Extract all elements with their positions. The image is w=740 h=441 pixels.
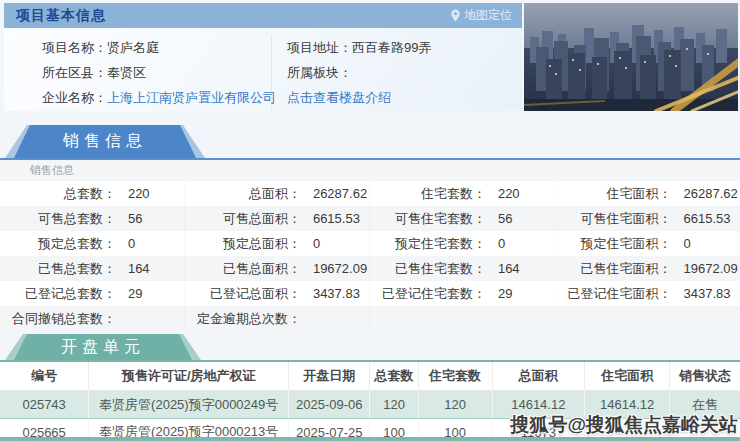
district-label: 所在区县：: [42, 65, 107, 80]
watermark: 搜狐号@搜狐焦点嘉峪关站: [510, 412, 738, 438]
project-name-label: 项目名称：: [42, 40, 107, 55]
cell-permit: 奉贤房管(2025)预字0000249号: [89, 391, 289, 419]
sales-sub-label: 销售信息: [0, 160, 740, 181]
col-header-total-units: 总套数: [370, 362, 418, 391]
view-property-intro-link[interactable]: 点击查看楼盘介绍: [287, 90, 391, 105]
sales-label: 预定总面积：: [185, 235, 301, 253]
sales-label: 预定总套数：: [0, 235, 116, 253]
col-header-total-area: 总面积: [492, 362, 585, 391]
address-label: 项目地址：: [287, 40, 352, 55]
sales-row-sold: 已售总套数：164 已售总面积：19672.09 已售住宅套数：164 已售住宅…: [0, 256, 740, 281]
sales-row-cancelled: 合同撤销总套数： 定金逾期总次数：: [0, 306, 740, 331]
sales-value: 0: [672, 236, 740, 251]
basic-info-left-col: 项目名称：贤庐名庭 所在区县：奉贤区 企业名称：上海上江南贤庐置业有限公司: [4, 35, 272, 111]
tab-sales-label: 销售信息: [14, 125, 196, 158]
sales-label: 预定住宅套数：: [370, 235, 486, 253]
sales-label: 住宅套数：: [370, 185, 486, 203]
sales-label: 可售总面积：: [185, 210, 301, 228]
col-header-sales-status: 销售状态: [670, 362, 740, 391]
cell-number: 025743: [0, 391, 89, 419]
sales-value: 3437.83: [301, 286, 369, 301]
top-row: 项目基本信息 地图定位 项目名称：贤庐名庭 所在区县：奉贤区 企业名称：上海上江…: [0, 0, 740, 111]
sales-value: 19672.09: [672, 261, 740, 276]
project-name-value: 贤庐名庭: [107, 40, 159, 55]
sales-label: 已登记住宅面积：: [555, 285, 672, 303]
col-header-residential-area: 住宅面积: [585, 362, 670, 391]
basic-info-header: 项目基本信息 地图定位: [4, 3, 522, 28]
sales-label: 合同撤销总套数：: [0, 310, 116, 328]
map-pin-icon: [450, 9, 461, 22]
sales-value: 220: [486, 186, 554, 201]
sales-row-total: 总套数：220 总面积：26287.62 住宅套数：220 住宅面积：26287…: [0, 181, 740, 206]
sales-label: 可售住宅面积：: [555, 210, 672, 228]
sales-row-reserved: 预定总套数：0 预定总面积：0 预定住宅套数：0 预定住宅面积：0: [0, 231, 740, 256]
sales-label: 住宅面积：: [555, 185, 672, 203]
sales-label: 总套数：: [0, 185, 116, 203]
sales-label: 已售总套数：: [0, 260, 116, 278]
sales-value: 26287.62: [672, 186, 740, 201]
sales-value: 6615.53: [672, 211, 740, 226]
district-value: 奉贤区: [107, 65, 146, 80]
sales-row-available: 可售总套数：56 可售总面积：6615.53 可售住宅套数：56 可售住宅面积：…: [0, 206, 740, 231]
sales-label: 可售住宅套数：: [370, 210, 486, 228]
basic-info-right-col: 项目地址：西百春路99弄 所属板块： 点击查看楼盘介绍: [272, 35, 522, 111]
sales-label: 定金逾期总次数：: [185, 310, 301, 328]
page-title: 项目基本信息: [16, 7, 106, 25]
sales-value: 3437.83: [672, 286, 740, 301]
map-locate-label: 地图定位: [464, 7, 512, 24]
sales-value: 0: [301, 236, 369, 251]
sales-value: 19672.09: [301, 261, 369, 276]
company-label: 企业名称：: [42, 90, 107, 105]
cell-residential-units: 120: [418, 391, 492, 419]
col-header-open-date: 开盘日期: [289, 362, 370, 391]
sales-label: 已登记总面积：: [185, 285, 301, 303]
sales-label: 预定住宅面积：: [555, 235, 672, 253]
sales-label: 已登记总套数：: [0, 285, 116, 303]
opening-table-header-row: 编号 预售许可证/房地产权证 开盘日期 总套数 住宅套数 总面积 住宅面积 销售…: [0, 362, 740, 391]
sales-value: 0: [116, 236, 184, 251]
sales-value: 220: [116, 186, 184, 201]
sales-value: 164: [116, 261, 184, 276]
sales-value: 6615.53: [301, 211, 369, 226]
sales-value: 29: [116, 286, 184, 301]
cell-open-date: 2025-09-06: [289, 391, 370, 419]
sales-value: 0: [486, 236, 554, 251]
sales-value: 56: [486, 211, 554, 226]
map-locate-button[interactable]: 地图定位: [450, 7, 512, 24]
col-header-residential-units: 住宅套数: [418, 362, 492, 391]
sales-row-registered: 已登记总套数：29 已登记总面积：3437.83 已登记住宅套数：29 已登记住…: [0, 281, 740, 306]
sector-label: 所属板块：: [287, 65, 352, 80]
sales-label: 已售总面积：: [185, 260, 301, 278]
sales-value: 56: [116, 211, 184, 226]
sales-label: 已售住宅面积：: [555, 260, 672, 278]
tab-sales-info[interactable]: 销售信息: [5, 125, 205, 158]
col-header-number: 编号: [0, 362, 89, 391]
basic-info-body: 项目名称：贤庐名庭 所在区县：奉贤区 企业名称：上海上江南贤庐置业有限公司 项目…: [4, 28, 522, 111]
sales-label: 总面积：: [185, 185, 301, 203]
sales-value: 164: [486, 261, 554, 276]
sales-value: 29: [486, 286, 554, 301]
tab-opening-units[interactable]: 开盘单元: [5, 334, 201, 360]
sales-label: 已售住宅套数：: [370, 260, 486, 278]
sales-label: 可售总套数：: [0, 210, 116, 228]
sales-value: 26287.62: [301, 186, 369, 201]
company-link[interactable]: 上海上江南贤庐置业有限公司: [107, 90, 276, 105]
sales-label: 已登记住宅套数：: [370, 285, 486, 303]
cell-total-units: 120: [370, 391, 418, 419]
col-header-permit: 预售许可证/房地产权证: [89, 362, 289, 391]
address-value: 西百春路99弄: [352, 40, 431, 55]
tab-opening-label: 开盘单元: [14, 334, 192, 360]
basic-info-card: 项目基本信息 地图定位 项目名称：贤庐名庭 所在区县：奉贤区 企业名称：上海上江…: [4, 3, 522, 111]
city-photo: [524, 3, 738, 111]
sales-panel: 销售信息 总套数：220 总面积：26287.62 住宅套数：220 住宅面积：…: [0, 158, 740, 331]
